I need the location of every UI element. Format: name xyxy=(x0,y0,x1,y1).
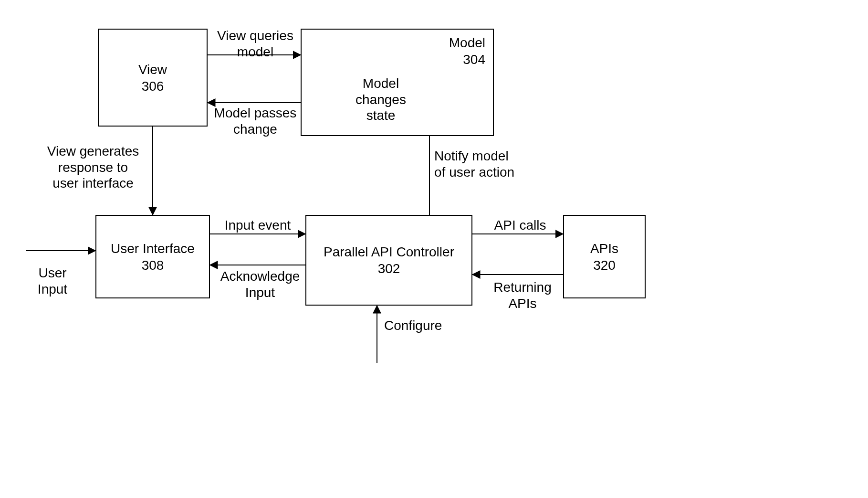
box-controller-num: 302 xyxy=(378,260,400,277)
box-controller: Parallel API Controller 302 xyxy=(305,215,472,306)
label-model-changes-state: Model changes state xyxy=(347,75,414,124)
box-view: View 306 xyxy=(98,29,208,127)
box-apis-num: 320 xyxy=(593,257,616,274)
label-api-calls: API calls xyxy=(482,217,558,233)
box-view-title: View xyxy=(138,61,167,78)
box-ui-num: 308 xyxy=(142,257,164,274)
label-notify-model: Notify model of user action xyxy=(434,148,539,180)
box-controller-title: Parallel API Controller xyxy=(324,244,454,260)
label-view-queries-model: View queries model xyxy=(212,28,298,60)
box-apis: APIs 320 xyxy=(563,215,646,298)
box-apis-title: APIs xyxy=(590,240,618,257)
label-returning-apis: Returning APIs xyxy=(484,279,561,311)
label-ack-input: Acknowledge Input xyxy=(215,268,305,300)
label-configure: Configure xyxy=(384,318,460,334)
label-input-event: Input event xyxy=(217,217,298,233)
box-model-num: 304 xyxy=(463,51,485,68)
label-view-generates: View generates response to user interfac… xyxy=(38,143,148,191)
diagram-stage: View 306 Model 304 User Interface 308 Pa… xyxy=(0,0,868,498)
box-ui-title: User Interface xyxy=(111,240,195,257)
box-ui: User Interface 308 xyxy=(95,215,210,298)
box-model-title: Model xyxy=(449,34,485,51)
label-model-passes-change: Model passes change xyxy=(210,105,301,137)
box-view-num: 306 xyxy=(142,78,164,95)
label-user-input: User Input xyxy=(29,265,76,297)
